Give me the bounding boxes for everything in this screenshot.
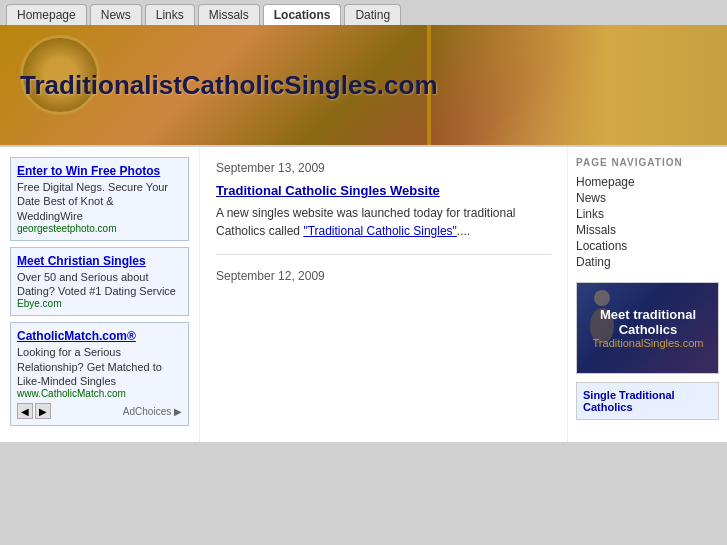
site-title: TraditionalistCatholicSingles.com: [20, 70, 438, 101]
svg-point-0: [594, 290, 610, 306]
right-ad-1-line2: Catholics: [619, 322, 678, 337]
left-sidebar-ads: Enter to Win Free Photos Free Digital Ne…: [0, 147, 200, 442]
post-1-link[interactable]: "Traditional Catholic Singles": [303, 224, 456, 238]
tab-locations[interactable]: Locations: [263, 4, 342, 25]
tab-links[interactable]: Links: [145, 4, 195, 25]
ad-1-desc: Free Digital Negs. Secure Your Date Best…: [17, 180, 182, 223]
ad-navigation: ◀ ▶: [17, 403, 51, 419]
ad-2-title[interactable]: Meet Christian Singles: [17, 254, 182, 268]
ad-prev-button[interactable]: ◀: [17, 403, 33, 419]
ad-choices-label[interactable]: AdChoices ▶: [123, 406, 182, 417]
page-nav-news[interactable]: News: [576, 190, 719, 206]
tab-dating[interactable]: Dating: [344, 4, 401, 25]
ad-1-url: georgesteetphoto.com: [17, 223, 182, 234]
top-navigation: Homepage News Links Missals Locations Da…: [0, 0, 727, 25]
post-1-date: September 13, 2009: [216, 161, 551, 175]
post-2-date: September 12, 2009: [216, 269, 551, 283]
tab-news[interactable]: News: [90, 4, 142, 25]
post-1-title[interactable]: Traditional Catholic Singles Website: [216, 183, 551, 198]
page-nav-dating[interactable]: Dating: [576, 254, 719, 270]
post-divider: [216, 254, 551, 255]
main-content-area: Enter to Win Free Photos Free Digital Ne…: [0, 145, 727, 442]
right-ad-1-line1: Meet traditional: [600, 307, 696, 322]
page-nav-header: PAGE NAVIGATION: [576, 157, 719, 168]
ad-2: Meet Christian Singles Over 50 and Serio…: [10, 247, 189, 317]
banner-right-decoration: [427, 25, 727, 145]
ad-footer: ◀ ▶ AdChoices ▶: [17, 403, 182, 419]
ad-1-title[interactable]: Enter to Win Free Photos: [17, 164, 182, 178]
right-ad-1-image: Meet traditional Catholics TraditionalSi…: [577, 283, 719, 373]
page-nav-list: Homepage News Links Missals Locations Da…: [576, 174, 719, 270]
page-nav-homepage[interactable]: Homepage: [576, 174, 719, 190]
post-1-body-end: ....: [457, 224, 470, 238]
ad-next-button[interactable]: ▶: [35, 403, 51, 419]
ad-3-title[interactable]: CatholicMatch.com®: [17, 329, 182, 343]
page-nav-missals[interactable]: Missals: [576, 222, 719, 238]
ad-3-desc: Looking for a Serious Relationship? Get …: [17, 345, 182, 388]
right-ad-1-site: TraditionalSingles.com: [593, 337, 704, 349]
page-nav-links[interactable]: Links: [576, 206, 719, 222]
right-sidebar: PAGE NAVIGATION Homepage News Links Miss…: [567, 147, 727, 442]
tab-homepage[interactable]: Homepage: [6, 4, 87, 25]
tab-missals[interactable]: Missals: [198, 4, 260, 25]
ad-2-url: Ebye.com: [17, 298, 182, 309]
ad-1: Enter to Win Free Photos Free Digital Ne…: [10, 157, 189, 241]
right-ad-2[interactable]: Single Traditional Catholics: [576, 382, 719, 420]
ad-2-desc: Over 50 and Serious about Dating? Voted …: [17, 270, 182, 299]
right-ad-2-title: Single Traditional Catholics: [583, 389, 712, 413]
center-content: September 13, 2009 Traditional Catholic …: [200, 147, 567, 442]
right-ad-1[interactable]: Meet traditional Catholics TraditionalSi…: [576, 282, 719, 374]
site-banner: TraditionalistCatholicSingles.com: [0, 25, 727, 145]
page-nav-locations[interactable]: Locations: [576, 238, 719, 254]
ad-3: CatholicMatch.com® Looking for a Serious…: [10, 322, 189, 426]
post-1-body: A new singles website was launched today…: [216, 204, 551, 240]
ad-3-url: www.CatholicMatch.com: [17, 388, 182, 399]
